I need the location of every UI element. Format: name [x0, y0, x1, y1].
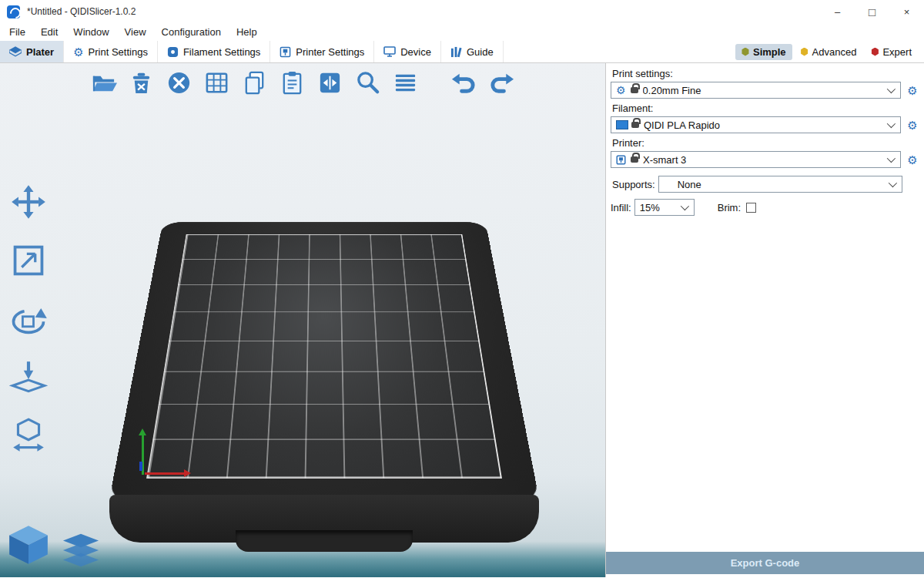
view-toggles: [6, 523, 100, 570]
chevron-down-icon: [887, 154, 896, 163]
printer-combo[interactable]: X-smart 3: [611, 151, 901, 168]
menu-view[interactable]: View: [117, 26, 154, 38]
settings-sidebar: Print settings: ⚙ 0.20mm Fine ⚙ Filament…: [605, 63, 924, 577]
tab-printer-settings[interactable]: Printer Settings: [270, 41, 374, 62]
3d-editor-view-button[interactable]: [6, 523, 51, 570]
mode-switcher: Simple Advanced Expert: [735, 41, 924, 62]
supports-label: Supports:: [612, 179, 655, 190]
tab-label: Guide: [467, 46, 494, 58]
delete-all-icon: [166, 69, 192, 96]
simple-mode-dot-icon: [742, 48, 749, 56]
plater-bed-icon: [9, 46, 22, 57]
menu-edit[interactable]: Edit: [33, 26, 65, 38]
arrange-button[interactable]: [201, 67, 232, 98]
paste-button[interactable]: [276, 67, 307, 98]
print-bed-plate: [109, 222, 540, 502]
supports-value: None: [664, 179, 889, 190]
variable-layer-height-button[interactable]: [390, 67, 420, 98]
expert-mode-dot-icon: [871, 48, 879, 56]
tab-print-settings[interactable]: ⚙ Print Settings: [64, 41, 158, 62]
split-objects-button[interactable]: [314, 67, 345, 98]
preview-layers-button[interactable]: [62, 533, 100, 570]
bed-handle: [236, 530, 413, 552]
guide-books-icon: [450, 46, 462, 58]
brim-checkbox[interactable]: [746, 203, 756, 213]
close-button[interactable]: ×: [889, 0, 924, 23]
supports-row: Supports: None: [611, 176, 919, 193]
axis-x-red: [145, 472, 188, 475]
print-bed-scene: [109, 175, 540, 502]
edit-filament-button[interactable]: ⚙: [906, 119, 919, 131]
print-settings-value: 0.20mm Fine: [643, 85, 887, 96]
top-toolbar: [88, 67, 517, 98]
chevron-down-icon: [680, 202, 688, 210]
measure-button[interactable]: [6, 415, 51, 458]
window-title: *Untitled - QIDISlicer-1.0.2: [27, 6, 136, 17]
edit-printer-button[interactable]: ⚙: [906, 154, 919, 166]
supports-combo[interactable]: None: [658, 176, 902, 193]
filament-row: QIDI PLA Rapido ⚙: [611, 116, 919, 133]
filament-combo[interactable]: QIDI PLA Rapido: [611, 116, 901, 133]
infill-label: Infill:: [611, 202, 631, 213]
undo-arrow-icon: [450, 69, 477, 96]
infill-combo[interactable]: 15%: [634, 199, 695, 216]
tab-label: Plater: [26, 46, 54, 58]
main-area: Print settings: ⚙ 0.20mm Fine ⚙ Filament…: [0, 63, 924, 577]
arrange-grid-icon: [203, 69, 230, 96]
lock-icon: [631, 122, 639, 128]
tab-label: Printer Settings: [296, 46, 364, 58]
tabbar: Plater ⚙ Print Settings Filament Setting…: [0, 41, 924, 63]
mode-label: Expert: [882, 46, 912, 58]
redo-button[interactable]: [486, 67, 517, 98]
axis-z-blue: [139, 462, 142, 471]
chevron-down-icon: [887, 85, 896, 93]
copy-button[interactable]: [239, 67, 270, 98]
mode-advanced[interactable]: Advanced: [795, 44, 863, 60]
tab-filament-settings[interactable]: Filament Settings: [158, 41, 270, 62]
infill-row: Infill: 15% Brim:: [611, 199, 919, 216]
tab-label: Device: [400, 46, 431, 58]
menu-window[interactable]: Window: [65, 26, 116, 38]
measure-width-icon: [9, 417, 48, 455]
advanced-mode-dot-icon: [801, 48, 808, 56]
filament-value: QIDI PLA Rapido: [644, 119, 887, 131]
print-settings-row: ⚙ 0.20mm Fine ⚙: [611, 82, 919, 99]
lock-icon: [631, 156, 638, 163]
tab-plater[interactable]: Plater: [0, 41, 64, 62]
maximize-button[interactable]: □: [855, 0, 889, 23]
print-settings-label: Print settings:: [612, 68, 919, 79]
brim-label: Brim:: [718, 202, 741, 213]
titlebar[interactable]: *Untitled - QIDISlicer-1.0.2 – □ ×: [0, 0, 924, 23]
tab-device[interactable]: Device: [374, 41, 441, 62]
rotate-button[interactable]: [6, 297, 51, 341]
infill-value: 15%: [640, 202, 681, 213]
menu-file[interactable]: File: [2, 26, 33, 38]
place-on-face-button[interactable]: [6, 356, 51, 399]
left-toolbar: [6, 180, 51, 458]
3d-viewport[interactable]: [0, 63, 605, 577]
mode-expert[interactable]: Expert: [865, 44, 918, 60]
mode-label: Simple: [753, 46, 786, 58]
move-button[interactable]: [6, 180, 51, 223]
trash-icon: [128, 69, 155, 96]
printer-mini-icon: [616, 155, 626, 165]
app-logo-icon: [7, 5, 20, 18]
delete-button[interactable]: [126, 67, 156, 98]
edit-print-settings-button[interactable]: ⚙: [906, 85, 919, 96]
scale-button[interactable]: [6, 239, 51, 282]
filament-color-swatch: [616, 120, 628, 129]
menu-configuration[interactable]: Configuration: [154, 26, 229, 38]
tab-guide[interactable]: Guide: [441, 41, 504, 62]
filament-icon: [167, 46, 179, 58]
search-button[interactable]: [352, 67, 383, 98]
undo-button[interactable]: [448, 67, 479, 98]
chevron-down-icon: [887, 119, 896, 128]
menu-help[interactable]: Help: [229, 26, 265, 38]
open-button[interactable]: [88, 67, 119, 98]
delete-all-button[interactable]: [163, 67, 194, 98]
minimize-button[interactable]: –: [820, 0, 855, 23]
print-settings-combo[interactable]: ⚙ 0.20mm Fine: [611, 82, 901, 99]
mode-simple[interactable]: Simple: [735, 44, 792, 60]
export-gcode-button[interactable]: Export G-code: [606, 552, 924, 574]
3d-cube-icon: [6, 523, 51, 567]
